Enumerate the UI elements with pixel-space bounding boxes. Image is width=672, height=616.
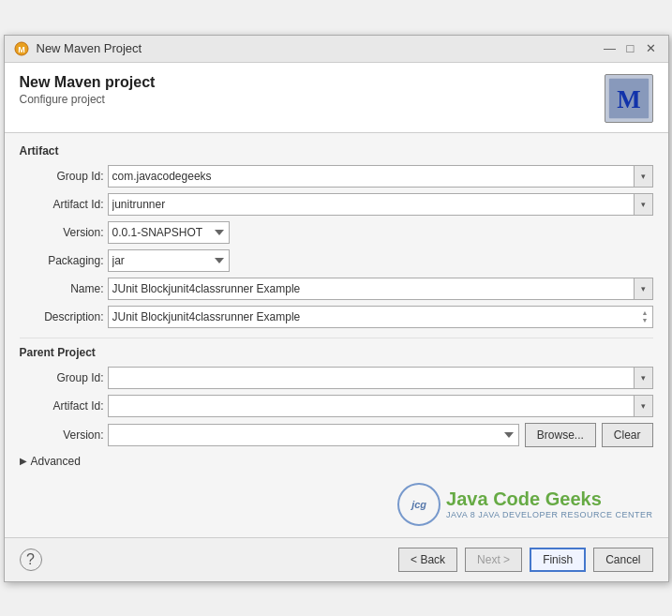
parent-version-row: Version: Browse... Clear (20, 423, 653, 447)
close-button[interactable]: ✕ (644, 41, 659, 56)
name-dropdown-btn[interactable]: ▾ (634, 278, 652, 299)
header-text: New Maven project Configure project (20, 74, 156, 106)
group-id-field[interactable]: ▾ (108, 165, 653, 188)
parent-artifact-id-input[interactable] (109, 396, 634, 416)
parent-artifact-id-label: Artifact Id: (20, 399, 104, 413)
maven-icon: M (14, 41, 29, 56)
name-field[interactable]: ▾ (108, 278, 653, 300)
header-section: New Maven project Configure project M (5, 63, 668, 133)
scroll-down-icon[interactable]: ▼ (642, 317, 649, 323)
header-icon: M (605, 74, 653, 123)
logo-area: jcg Java Code Geeks JAVA 8 JAVA DEVELOPE… (20, 483, 653, 526)
version-select[interactable]: 0.0.1-SNAPSHOT (108, 221, 230, 244)
artifact-id-input[interactable] (109, 194, 634, 215)
packaging-label: Packaging: (20, 254, 104, 267)
advanced-section[interactable]: ▶ Advanced (20, 455, 653, 468)
content-area: Artifact Group Id: ▾ Artifact Id: ▾ Vers… (5, 133, 668, 537)
maximize-button[interactable]: □ (623, 41, 638, 56)
artifact-section-label: Artifact (20, 144, 653, 158)
group-id-label: Group Id: (20, 170, 104, 183)
svg-text:M: M (18, 45, 25, 54)
minimize-button[interactable]: — (603, 41, 618, 56)
logo-sub-text: JAVA 8 JAVA DEVELOPER RESOURCE CENTER (446, 510, 652, 519)
group-id-dropdown-btn[interactable]: ▾ (634, 166, 652, 187)
advanced-arrow-icon: ▶ (20, 456, 27, 466)
name-label: Name: (20, 282, 104, 295)
clear-button[interactable]: Clear (602, 423, 653, 447)
parent-group-id-dropdown-btn[interactable]: ▾ (634, 368, 652, 388)
browse-button[interactable]: Browse... (525, 423, 596, 447)
dialog-window: M New Maven Project — □ ✕ New Maven proj… (4, 35, 669, 582)
group-id-row: Group Id: ▾ (20, 165, 653, 188)
version-row: Version: 0.0.1-SNAPSHOT (20, 221, 653, 244)
parent-group-id-input[interactable] (109, 368, 634, 388)
scroll-up-icon[interactable]: ▲ (642, 309, 649, 316)
parent-group-id-row: Group Id: ▾ (20, 367, 653, 389)
header-title: New Maven project (20, 74, 156, 91)
logo-main-text: Java Code Geeks (446, 488, 652, 510)
artifact-id-label: Artifact Id: (20, 198, 104, 211)
name-row: Name: ▾ (20, 278, 653, 300)
artifact-id-field[interactable]: ▾ (108, 193, 653, 216)
parent-artifact-id-row: Artifact Id: ▾ (20, 395, 653, 417)
description-field[interactable]: ▲ ▼ (108, 306, 653, 328)
artifact-id-row: Artifact Id: ▾ (20, 193, 653, 216)
logo-text-area: Java Code Geeks JAVA 8 JAVA DEVELOPER RE… (446, 488, 652, 519)
packaging-select[interactable]: jar (108, 249, 230, 272)
description-label: Description: (20, 310, 104, 323)
description-scroll-buttons: ▲ ▼ (642, 309, 649, 323)
logo-circle-text: jcg (411, 499, 426, 510)
parent-group-id-label: Group Id: (20, 371, 104, 384)
title-bar: M New Maven Project — □ ✕ (5, 36, 668, 63)
header-subtitle: Configure project (20, 93, 156, 106)
next-button[interactable]: Next > (465, 548, 522, 572)
description-row: Description: ▲ ▼ (20, 306, 653, 328)
back-button[interactable]: < Back (398, 548, 457, 572)
finish-button[interactable]: Finish (530, 548, 586, 572)
parent-version-select[interactable] (108, 424, 519, 446)
group-id-input[interactable] (109, 166, 634, 187)
parent-group-id-field[interactable]: ▾ (108, 367, 653, 389)
cancel-button[interactable]: Cancel (593, 548, 652, 572)
name-input[interactable] (109, 278, 634, 299)
description-input[interactable] (112, 310, 642, 323)
section-divider (20, 338, 653, 338)
help-button[interactable]: ? (20, 548, 42, 571)
parent-project-section-label: Parent Project (20, 346, 653, 359)
parent-artifact-id-field[interactable]: ▾ (108, 395, 653, 417)
window-controls: — □ ✕ (603, 41, 659, 56)
svg-text:M: M (617, 84, 640, 113)
advanced-label: Advanced (31, 455, 81, 468)
artifact-id-dropdown-btn[interactable]: ▾ (634, 194, 652, 215)
logo-circle-icon: jcg (397, 483, 441, 526)
version-label: Version: (20, 226, 104, 239)
title-bar-text: New Maven Project (37, 41, 595, 55)
parent-version-label: Version: (20, 428, 104, 442)
footer: ? < Back Next > Finish Cancel (5, 537, 668, 581)
packaging-row: Packaging: jar (20, 249, 653, 272)
parent-artifact-id-dropdown-btn[interactable]: ▾ (634, 396, 652, 416)
